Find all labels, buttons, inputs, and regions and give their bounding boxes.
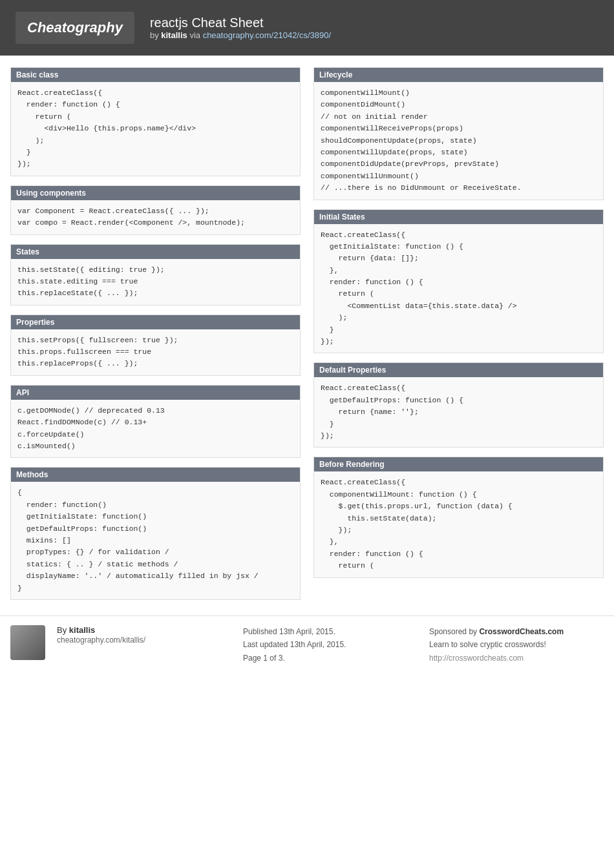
header-subtitle: by kitallis via cheatography.com/21042/c… — [150, 30, 331, 40]
section-methods: Methods{ render: function() getInitialSt… — [10, 467, 301, 600]
section-header-api: API — [11, 386, 300, 400]
code-block-basic-class: React.createClass({ render: function () … — [17, 87, 293, 170]
code-block-states: this.setState({ editing: true }); this.s… — [17, 264, 293, 300]
section-body-default-properties: React.createClass({ getDefaultProps: fun… — [314, 377, 603, 447]
section-header-using-components: Using components — [11, 186, 300, 200]
header: Cheatography reactjs Cheat Sheet by kita… — [0, 0, 614, 56]
section-properties: Propertiesthis.setProps({ fullscreen: tr… — [10, 315, 301, 376]
section-header-states: States — [11, 245, 300, 259]
code-block-api: c.getDOMNode() // deprecated 0.13 React.… — [17, 405, 293, 453]
section-body-lifecycle: componentWillMount() componentDidMount()… — [314, 82, 603, 200]
section-states: Statesthis.setState({ editing: true }); … — [10, 244, 301, 305]
sponsor-url[interactable]: http://crosswordcheats.com — [429, 654, 524, 663]
footer-author-name: kitallis — [69, 625, 95, 635]
section-body-initial-states: React.createClass({ getInitialState: fun… — [314, 224, 603, 353]
section-body-api: c.getDOMNode() // deprecated 0.13 React.… — [11, 400, 300, 458]
section-body-properties: this.setProps({ fullscreen: true }); thi… — [11, 329, 300, 375]
code-block-lifecycle: componentWillMount() componentDidMount()… — [321, 87, 597, 194]
avatar-image — [10, 625, 45, 660]
code-block-properties: this.setProps({ fullscreen: true }); thi… — [17, 335, 293, 370]
sponsor-line: Sponsored by CrosswordCheats.com — [429, 625, 604, 638]
updated-date: Last updated 13th April, 2015. — [243, 638, 418, 651]
section-header-default-properties: Default Properties — [314, 363, 603, 377]
section-body-methods: { render: function() getInitialState: fu… — [11, 482, 300, 599]
section-header-lifecycle: Lifecycle — [314, 68, 603, 82]
header-title: reactjs Cheat Sheet — [150, 16, 331, 30]
footer-by-label: By kitallis — [57, 625, 231, 635]
section-header-before-rendering: Before Rendering — [314, 457, 603, 471]
section-before-rendering: Before RenderingReact.createClass({ comp… — [313, 457, 604, 577]
main-content: Basic classReact.createClass({ render: f… — [0, 67, 614, 609]
page-number: Page 1 of 3. — [243, 652, 418, 665]
section-header-methods: Methods — [11, 468, 300, 482]
footer-sponsor: Sponsored by CrosswordCheats.com Learn t… — [429, 625, 604, 665]
footer-author-url[interactable]: cheatography.com/kitallis/ — [57, 636, 145, 645]
cheatography-link[interactable]: cheatography.com/21042/cs/3890/ — [203, 30, 332, 40]
logo-text: Cheatography — [27, 19, 123, 36]
right-column: LifecyclecomponentWillMount() componentD… — [307, 67, 604, 609]
header-info: reactjs Cheat Sheet by kitallis via chea… — [150, 16, 331, 40]
sponsor-desc: Learn to solve cryptic crosswords! — [429, 638, 604, 651]
section-body-basic-class: React.createClass({ render: function () … — [11, 82, 300, 176]
code-block-default-properties: React.createClass({ getDefaultProps: fun… — [321, 382, 597, 442]
section-initial-states: Initial StatesReact.createClass({ getIni… — [313, 209, 604, 354]
footer-published: Published 13th April, 2015. Last updated… — [243, 625, 418, 665]
section-body-before-rendering: React.createClass({ componentWillMount: … — [314, 471, 603, 577]
left-column: Basic classReact.createClass({ render: f… — [10, 67, 307, 609]
section-lifecycle: LifecyclecomponentWillMount() componentD… — [313, 67, 604, 200]
by-label: by — [150, 30, 159, 40]
sponsor-name: CrosswordCheats.com — [479, 627, 564, 636]
code-block-before-rendering: React.createClass({ componentWillMount: … — [321, 477, 597, 572]
footer-by-text: By — [57, 625, 67, 635]
footer-author-info: By kitallis cheatography.com/kitallis/ — [57, 625, 231, 645]
logo-box: Cheatography — [16, 12, 134, 44]
sponsor-label: Sponsored by — [429, 627, 477, 636]
avatar — [10, 625, 45, 660]
section-using-components: Using componentsvar Component = React.cr… — [10, 185, 301, 235]
section-header-basic-class: Basic class — [11, 68, 300, 82]
code-block-initial-states: React.createClass({ getInitialState: fun… — [321, 229, 597, 348]
section-default-properties: Default PropertiesReact.createClass({ ge… — [313, 362, 604, 448]
code-block-methods: { render: function() getInitialState: fu… — [17, 487, 293, 594]
via-label: via — [189, 30, 200, 40]
section-header-properties: Properties — [11, 315, 300, 329]
published-date: Published 13th April, 2015. — [243, 625, 418, 638]
code-block-using-components: var Component = React.createClass({ ... … — [17, 205, 293, 229]
section-body-states: this.setState({ editing: true }); this.s… — [11, 259, 300, 305]
section-basic-class: Basic classReact.createClass({ render: f… — [10, 67, 301, 176]
author-name: kitallis — [161, 30, 187, 40]
section-header-initial-states: Initial States — [314, 210, 603, 224]
footer: By kitallis cheatography.com/kitallis/ P… — [0, 615, 614, 674]
section-api: APIc.getDOMNode() // deprecated 0.13 Rea… — [10, 385, 301, 459]
section-body-using-components: var Component = React.createClass({ ... … — [11, 200, 300, 234]
